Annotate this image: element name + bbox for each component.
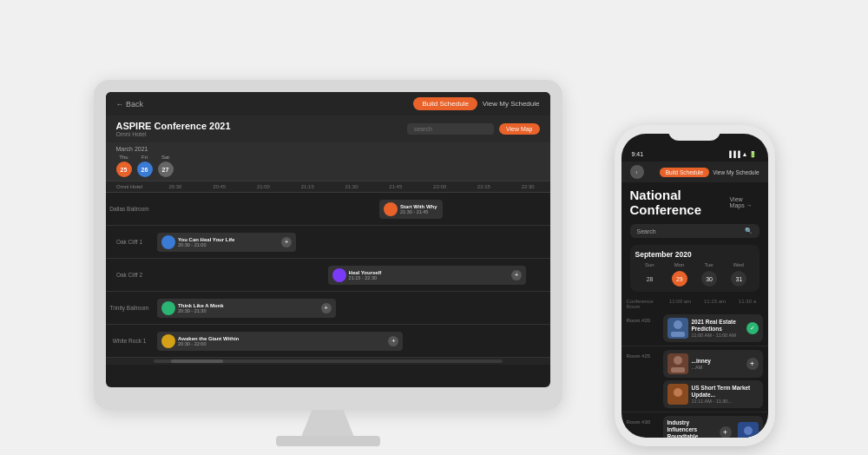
room-col-header: Omni Hotel: [106, 184, 154, 189]
phone-session-row-3: Room #30 Industry Influencers Roundtable…: [621, 412, 768, 438]
phone-cal-days-header: Sun Mon Tue Wed: [635, 262, 754, 267]
room-label-dallas: Dallas Ballroom: [106, 193, 154, 225]
session-info: You Can Heal Your Life 20:30 - 21:00: [178, 237, 279, 247]
session-time: 21:15 - 22:30: [349, 275, 510, 280]
phone-view-my-schedule-button[interactable]: View My Schedule: [713, 168, 759, 177]
session-card-start-with-why[interactable]: Start With Why 21:30 - 21:45: [379, 200, 443, 219]
phone-cal-date-28[interactable]: 28: [642, 271, 658, 287]
desktop-search-input[interactable]: [407, 123, 494, 135]
phone-row2-cards: ...inney ...AM + US Short Term Market Up…: [663, 350, 763, 408]
svg-rect-2: [671, 332, 685, 337]
session-add-button[interactable]: +: [321, 303, 332, 313]
phone-cal-date-31[interactable]: 31: [731, 271, 746, 287]
session-info: Start With Why 21:30 - 21:45: [400, 204, 438, 214]
session-card-think-monk[interactable]: Think Like A Monk 20:30 - 21:30 +: [157, 299, 336, 318]
session-add-button[interactable]: +: [388, 336, 398, 346]
session-add-button[interactable]: +: [281, 237, 292, 247]
session-info: Awaken the Giant Within 20:30 - 22:00: [178, 336, 385, 346]
phone-notch: [668, 125, 720, 141]
session-info: Think Like A Monk 20:30 - 21:30: [178, 303, 319, 313]
phone-back-button[interactable]: ‹: [630, 165, 644, 179]
phone-session-img-right: [738, 422, 759, 438]
phone-session-card-realestate[interactable]: 2021 Real Estate Predictions 11:00 AM - …: [663, 314, 763, 342]
cal-day-thu[interactable]: Thu 25: [116, 155, 132, 177]
cal-day-fri[interactable]: Fri 26: [137, 155, 153, 177]
monitor-wrapper: ← Back Build Schedule View My Schedule A…: [94, 80, 562, 446]
phone-session-check-button[interactable]: ✓: [746, 322, 759, 334]
phone-session-add-button[interactable]: +: [720, 426, 732, 438]
time-2230: 22:30: [506, 184, 550, 189]
phone-session-card-kinney[interactable]: ...inney ...AM +: [663, 350, 763, 378]
phone-session-add-button[interactable]: +: [746, 358, 759, 370]
schedule-track-trinity: Think Like A Monk 20:30 - 21:30 +: [154, 292, 550, 324]
phone-room-label-25: Room #25: [627, 350, 660, 359]
room-label-oakcliff2: Oak Cliff 2: [106, 259, 154, 291]
cal-day-sat-label: Sat: [161, 155, 169, 160]
session-time: 20:30 - 21:30: [178, 308, 319, 313]
desktop-scrollbar-track[interactable]: [154, 359, 503, 363]
back-button[interactable]: ← Back: [116, 100, 144, 109]
session-add-button[interactable]: +: [511, 270, 522, 280]
table-row: Trinity Ballroom Think Like A Monk 20:30…: [106, 292, 550, 325]
phone-title-row: National Conference View Maps →: [630, 188, 760, 217]
time-2100: 21:00: [241, 184, 286, 189]
phone-view-maps-link[interactable]: View Maps →: [730, 196, 760, 208]
view-my-schedule-button[interactable]: View My Schedule: [483, 97, 540, 110]
session-time: 20:30 - 22:00: [178, 341, 385, 346]
phone-time-1115: 11:15 am: [704, 299, 726, 309]
time-2030: 20:30: [154, 184, 198, 189]
phone-build-schedule-button[interactable]: Build Schedule: [660, 168, 709, 177]
desktop-scrollbar-area: [106, 358, 550, 365]
phone-header-actions: Build Schedule View My Schedule: [660, 168, 760, 177]
phone-time: 9:41: [632, 151, 644, 158]
phone-screen: 9:41 ▐▐▐ ▲ 🔋 ‹ Build Schedule View My Sc…: [621, 134, 768, 438]
cal-day-thu-label: Thu: [119, 155, 128, 160]
session-avatar: [332, 268, 346, 282]
phone-cal-date-30[interactable]: 30: [701, 271, 717, 287]
phone-session-time: ...AM: [692, 365, 743, 370]
cal-date-sat[interactable]: 27: [158, 162, 174, 177]
phone-session-title: 2021 Real Estate Predictions: [692, 319, 743, 333]
phone-cal-month: September 2020: [635, 250, 754, 259]
desktop-app-title: ASPIRE Conference 2021: [116, 121, 231, 131]
phone-session-time: 11:00 AM - 11:00 AM: [692, 333, 743, 338]
session-title: Start With Why: [400, 204, 438, 209]
schedule-track-whiterock: Awaken the Giant Within 20:30 - 22:00 +: [154, 325, 550, 357]
session-info: Heal Yourself 21:15 - 22:30: [349, 270, 510, 280]
time-2200: 22:00: [418, 184, 462, 189]
phone-cal-dates: 28 29 30 31: [635, 271, 754, 287]
desktop-title-bar: ASPIRE Conference 2021 Omni Hotel View M…: [106, 115, 550, 142]
phone-title-area: National Conference View Maps →: [621, 182, 768, 221]
phone-time-cols: 11:00 am 11:15 am 11:30 a: [663, 299, 763, 309]
cal-day-sat[interactable]: Sat 27: [158, 155, 174, 177]
phone-session-card-usshortterm[interactable]: US Short Term Market Update... 11:11 AM …: [663, 380, 763, 408]
session-time: 21:30 - 21:45: [400, 209, 438, 214]
schedule-track-oakcliff1: You Can Heal Your Life 20:30 - 21:00 +: [154, 226, 550, 258]
phone-app-title: National Conference: [630, 188, 730, 217]
phone-signal-icons: ▐▐▐ ▲ 🔋: [727, 151, 758, 158]
cal-date-fri[interactable]: 26: [137, 162, 153, 177]
time-2130: 21:30: [330, 184, 374, 189]
view-map-button[interactable]: View Map: [499, 123, 540, 135]
session-avatar: [161, 301, 175, 315]
build-schedule-button[interactable]: Build Schedule: [413, 97, 477, 110]
session-avatar: [161, 334, 175, 348]
phone: 9:41 ▐▐▐ ▲ 🔋 ‹ Build Schedule View My Sc…: [615, 125, 775, 446]
phone-search-placeholder: Search: [637, 228, 656, 234]
phone-header: ‹ Build Schedule View My Schedule: [621, 162, 768, 182]
session-card-awaken[interactable]: Awaken the Giant Within 20:30 - 22:00 +: [157, 332, 403, 351]
cal-day-fri-label: Fri: [141, 155, 148, 160]
svg-point-7: [674, 388, 682, 397]
phone-search-icon[interactable]: 🔍: [745, 228, 753, 234]
cal-date-thu[interactable]: 25: [116, 162, 132, 177]
desktop-app-subtitle: Omni Hotel: [116, 131, 231, 137]
desktop-scrollbar-thumb[interactable]: [171, 359, 223, 363]
phone-session-card-influencers[interactable]: Industry Influencers Roundtable 11:00 AM…: [663, 416, 763, 438]
desktop-schedule: Dallas Ballroom Start With Why 21:30 - 2…: [106, 193, 550, 358]
phone-session-info: ...inney ...AM: [692, 358, 743, 370]
session-card-heal-yourself[interactable]: Heal Yourself 21:15 - 22:30 +: [328, 266, 527, 285]
phone-cal-date-29[interactable]: 29: [672, 271, 687, 287]
phone-search-bar[interactable]: Search 🔍: [630, 224, 760, 238]
session-card-heal-life[interactable]: You Can Heal Your Life 20:30 - 21:00 +: [157, 233, 296, 252]
timeline-times: 20:30 20:45 21:00 21:15 21:30 21:45 22:0…: [154, 184, 550, 189]
